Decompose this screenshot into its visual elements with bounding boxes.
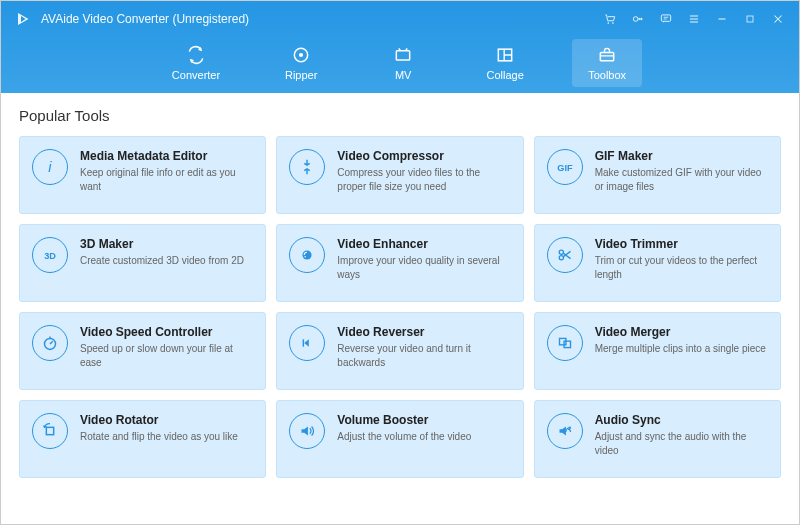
card-title: Video Trimmer	[595, 237, 768, 251]
header: AVAide Video Converter (Unregistered) Co…	[1, 1, 799, 93]
svg-point-0	[607, 22, 609, 24]
card-title: GIF Maker	[595, 149, 768, 163]
collage-icon	[494, 45, 516, 65]
svg-rect-9	[600, 53, 613, 61]
card-title: Audio Sync	[595, 413, 768, 427]
card-desc: Keep original file info or edit as you w…	[80, 166, 253, 193]
svg-point-6	[299, 53, 303, 57]
tool-card-gif[interactable]: GIF GIF Maker Make customized GIF with y…	[534, 136, 781, 214]
converter-icon	[185, 45, 207, 65]
card-desc: Compress your video files to the proper …	[337, 166, 510, 193]
card-title: Video Speed Controller	[80, 325, 253, 339]
ripper-icon	[290, 45, 312, 65]
svg-text:i: i	[48, 159, 52, 175]
app-logo-icon	[15, 10, 33, 28]
svg-point-1	[612, 22, 614, 24]
card-title: Video Reverser	[337, 325, 510, 339]
tab-label: Converter	[172, 69, 220, 81]
card-title: Video Compressor	[337, 149, 510, 163]
tool-card-speed[interactable]: Video Speed Controller Speed up or slow …	[19, 312, 266, 390]
card-desc: Trim or cut your videos to the perfect l…	[595, 254, 768, 281]
rotate-icon	[32, 413, 68, 449]
tabs: Converter Ripper MV Collage Toolbox	[1, 33, 799, 93]
svg-rect-4	[747, 16, 753, 22]
card-desc: Make customized GIF with your video or i…	[595, 166, 768, 193]
card-body: Video Reverser Reverse your video and tu…	[337, 325, 510, 369]
card-body: Video Enhancer Improve your video qualit…	[337, 237, 510, 281]
titlebar: AVAide Video Converter (Unregistered)	[1, 1, 799, 33]
content: Popular Tools i Media Metadata Editor Ke…	[1, 93, 799, 525]
minimize-icon[interactable]	[715, 12, 729, 26]
app-title: AVAide Video Converter (Unregistered)	[41, 12, 249, 26]
card-body: Volume Booster Adjust the volume of the …	[337, 413, 510, 444]
sync-icon	[547, 413, 583, 449]
card-body: Video Rotator Rotate and flip the video …	[80, 413, 253, 444]
svg-point-14	[305, 256, 306, 257]
card-body: Audio Sync Adjust and sync the audio wit…	[595, 413, 768, 457]
card-title: Video Merger	[595, 325, 768, 339]
tool-card-info[interactable]: i Media Metadata Editor Keep original fi…	[19, 136, 266, 214]
tool-card-sync[interactable]: Audio Sync Adjust and sync the audio wit…	[534, 400, 781, 478]
card-body: Media Metadata Editor Keep original file…	[80, 149, 253, 193]
tab-label: Ripper	[285, 69, 317, 81]
title-right	[603, 12, 785, 26]
card-desc: Adjust and sync the audio with the video	[595, 430, 768, 457]
menu-icon[interactable]	[687, 12, 701, 26]
card-body: Video Merger Merge multiple clips into a…	[595, 325, 768, 356]
key-icon[interactable]	[631, 12, 645, 26]
toolbox-icon	[596, 45, 618, 65]
card-desc: Reverse your video and turn it backwards	[337, 342, 510, 369]
merge-icon	[547, 325, 583, 361]
tool-card-volume[interactable]: Volume Booster Adjust the volume of the …	[276, 400, 523, 478]
compress-icon	[289, 149, 325, 185]
tab-converter[interactable]: Converter	[158, 39, 234, 87]
tab-label: Toolbox	[588, 69, 626, 81]
tool-card-rotate[interactable]: Video Rotator Rotate and flip the video …	[19, 400, 266, 478]
enhance-icon	[289, 237, 325, 273]
section-title: Popular Tools	[19, 107, 781, 124]
speed-icon	[32, 325, 68, 361]
svg-rect-20	[46, 427, 53, 434]
card-body: Video Speed Controller Speed up or slow …	[80, 325, 253, 369]
svg-text:GIF: GIF	[557, 163, 573, 173]
title-left: AVAide Video Converter (Unregistered)	[15, 10, 249, 28]
card-desc: Speed up or slow down your file at ease	[80, 342, 253, 369]
card-body: 3D Maker Create customized 3D video from…	[80, 237, 253, 268]
tool-card-reverse[interactable]: Video Reverser Reverse your video and tu…	[276, 312, 523, 390]
maximize-icon[interactable]	[743, 12, 757, 26]
svg-point-2	[633, 17, 638, 22]
cart-icon[interactable]	[603, 12, 617, 26]
feedback-icon[interactable]	[659, 12, 673, 26]
tool-card-enhance[interactable]: Video Enhancer Improve your video qualit…	[276, 224, 523, 302]
svg-text:3D: 3D	[44, 251, 56, 261]
tab-toolbox[interactable]: Toolbox	[572, 39, 642, 87]
card-title: Video Enhancer	[337, 237, 510, 251]
3d-icon: 3D	[32, 237, 68, 273]
card-body: Video Trimmer Trim or cut your videos to…	[595, 237, 768, 281]
trim-icon	[547, 237, 583, 273]
tab-collage[interactable]: Collage	[470, 39, 540, 87]
card-title: Video Rotator	[80, 413, 253, 427]
svg-rect-3	[661, 15, 670, 21]
card-desc: Rotate and flip the video as you like	[80, 430, 253, 444]
mv-icon	[392, 45, 414, 65]
tab-label: Collage	[486, 69, 523, 81]
svg-rect-7	[396, 51, 409, 60]
card-body: Video Compressor Compress your video fil…	[337, 149, 510, 193]
tool-card-trim[interactable]: Video Trimmer Trim or cut your videos to…	[534, 224, 781, 302]
tool-card-merge[interactable]: Video Merger Merge multiple clips into a…	[534, 312, 781, 390]
close-icon[interactable]	[771, 12, 785, 26]
info-icon: i	[32, 149, 68, 185]
tool-card-compress[interactable]: Video Compressor Compress your video fil…	[276, 136, 523, 214]
tab-ripper[interactable]: Ripper	[266, 39, 336, 87]
tab-mv[interactable]: MV	[368, 39, 438, 87]
card-body: GIF Maker Make customized GIF with your …	[595, 149, 768, 193]
card-desc: Improve your video quality in several wa…	[337, 254, 510, 281]
card-title: 3D Maker	[80, 237, 253, 251]
card-title: Volume Booster	[337, 413, 510, 427]
tools-grid: i Media Metadata Editor Keep original fi…	[19, 136, 781, 478]
tool-card-3d[interactable]: 3D 3D Maker Create customized 3D video f…	[19, 224, 266, 302]
card-title: Media Metadata Editor	[80, 149, 253, 163]
gif-icon: GIF	[547, 149, 583, 185]
card-desc: Adjust the volume of the video	[337, 430, 510, 444]
